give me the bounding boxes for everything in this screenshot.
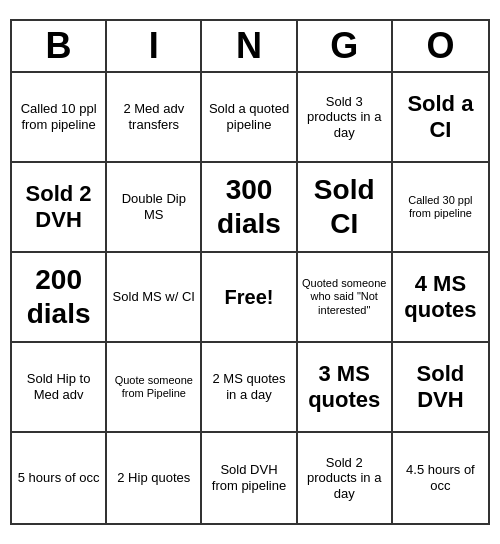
bingo-grid: Called 10 ppl from pipeline2 Med adv tra… (12, 73, 488, 523)
header-g: G (298, 21, 393, 71)
bingo-cell-22[interactable]: Sold DVH from pipeline (202, 433, 297, 523)
bingo-header: B I N G O (12, 21, 488, 73)
bingo-cell-5[interactable]: Sold 2 DVH (12, 163, 107, 253)
bingo-cell-20[interactable]: 5 hours of occ (12, 433, 107, 523)
bingo-cell-13[interactable]: Quoted someone who said "Not interested" (298, 253, 393, 343)
bingo-cell-14[interactable]: 4 MS quotes (393, 253, 488, 343)
bingo-cell-24[interactable]: 4.5 hours of occ (393, 433, 488, 523)
bingo-cell-9[interactable]: Called 30 ppl from pipeline (393, 163, 488, 253)
bingo-cell-3[interactable]: Sold 3 products in a day (298, 73, 393, 163)
header-b: B (12, 21, 107, 71)
bingo-cell-19[interactable]: Sold DVH (393, 343, 488, 433)
bingo-cell-21[interactable]: 2 Hip quotes (107, 433, 202, 523)
bingo-cell-2[interactable]: Sold a quoted pipeline (202, 73, 297, 163)
bingo-cell-6[interactable]: Double Dip MS (107, 163, 202, 253)
bingo-cell-11[interactable]: Sold MS w/ CI (107, 253, 202, 343)
bingo-cell-16[interactable]: Quote someone from Pipeline (107, 343, 202, 433)
bingo-cell-18[interactable]: 3 MS quotes (298, 343, 393, 433)
bingo-cell-4[interactable]: Sold a CI (393, 73, 488, 163)
header-i: I (107, 21, 202, 71)
bingo-cell-10[interactable]: 200 dials (12, 253, 107, 343)
bingo-cell-17[interactable]: 2 MS quotes in a day (202, 343, 297, 433)
bingo-cell-0[interactable]: Called 10 ppl from pipeline (12, 73, 107, 163)
bingo-card: B I N G O Called 10 ppl from pipeline2 M… (10, 19, 490, 525)
bingo-cell-1[interactable]: 2 Med adv transfers (107, 73, 202, 163)
header-n: N (202, 21, 297, 71)
bingo-cell-8[interactable]: Sold CI (298, 163, 393, 253)
bingo-cell-23[interactable]: Sold 2 products in a day (298, 433, 393, 523)
header-o: O (393, 21, 488, 71)
bingo-cell-15[interactable]: Sold Hip to Med adv (12, 343, 107, 433)
bingo-cell-7[interactable]: 300 dials (202, 163, 297, 253)
bingo-cell-12[interactable]: Free! (202, 253, 297, 343)
